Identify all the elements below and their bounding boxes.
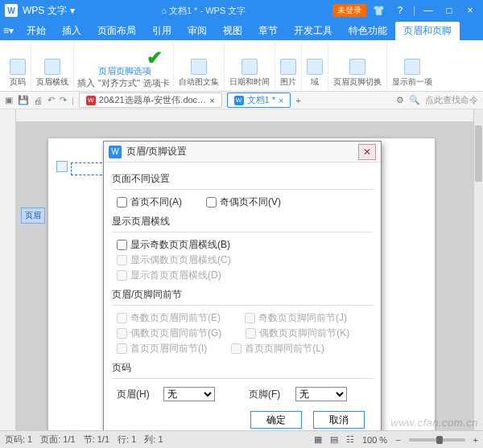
hamburger-icon[interactable]: ≡▾ bbox=[3, 25, 14, 36]
even-ftr-same-checkbox: 偶数页页脚同前节(K) bbox=[246, 327, 349, 340]
tab-insert[interactable]: 插入 bbox=[54, 22, 89, 40]
autotext-button[interactable]: 自动图文集 bbox=[177, 57, 221, 89]
vertical-ruler[interactable] bbox=[0, 109, 16, 430]
first-page-diff-checkbox[interactable]: 首页不同(A) bbox=[117, 195, 182, 209]
maximize-button[interactable]: □ bbox=[441, 5, 457, 16]
doc-tab-2[interactable]: W文档1 *× bbox=[227, 92, 291, 108]
even-headerline-checkbox: 显示偶数页页眉横线(C) bbox=[117, 253, 231, 267]
pagenum-icon bbox=[10, 59, 26, 75]
view-icon-3[interactable]: ☷ bbox=[346, 434, 354, 445]
zoom-value[interactable]: 100 % bbox=[362, 435, 387, 445]
tab-view[interactable]: 视图 bbox=[215, 22, 250, 40]
scrollbar-thumb[interactable] bbox=[475, 125, 482, 182]
zoom-in-button[interactable]: + bbox=[473, 435, 478, 445]
zoom-thumb[interactable] bbox=[436, 436, 443, 444]
tab-headerfooter[interactable]: 页眉和页脚 bbox=[395, 22, 460, 40]
qa-undo-icon[interactable]: ↶ bbox=[47, 95, 55, 105]
doc-tab-1[interactable]: W20&21选题单-安世伟.doc…× bbox=[79, 92, 222, 108]
field-button[interactable]: 域 bbox=[305, 57, 324, 89]
tab-close-icon[interactable]: × bbox=[209, 96, 214, 105]
showprev-button[interactable]: 显示前一项 bbox=[390, 57, 434, 89]
login-badge[interactable]: 未登录 bbox=[332, 4, 366, 17]
header-pagenum-select[interactable]: 无 bbox=[163, 387, 215, 401]
footer-pagenum-select[interactable]: 无 bbox=[295, 387, 347, 401]
status-page[interactable]: 页码: 1 bbox=[5, 434, 32, 446]
datetime-button[interactable]: 日期和时间 bbox=[228, 57, 271, 89]
menubar: ≡▾ 开始 插入 页面布局 引用 审阅 视图 章节 开发工具 特色功能 页眉和页… bbox=[0, 21, 483, 40]
skin-icon[interactable]: 👕 bbox=[371, 5, 387, 16]
tab-reference[interactable]: 引用 bbox=[144, 22, 180, 40]
footer-pagenum-label: 页脚(F) bbox=[249, 388, 291, 401]
gear-icon[interactable]: ⚙ bbox=[396, 95, 404, 105]
view-icon[interactable]: ▦ bbox=[314, 434, 322, 445]
cancel-button[interactable]: 取消 bbox=[313, 411, 365, 429]
odd-headerline-checkbox[interactable]: 显示奇数页页眉横线(B) bbox=[117, 238, 230, 252]
vertical-scrollbar[interactable] bbox=[473, 109, 483, 430]
ok-button[interactable]: 确定 bbox=[250, 411, 302, 429]
field-icon bbox=[307, 59, 323, 75]
add-tab-button[interactable]: + bbox=[295, 96, 300, 105]
window-title: ⌂ 文档1 * - WPS 文字 bbox=[75, 5, 332, 17]
showprev-icon bbox=[404, 59, 420, 75]
minimize-button[interactable]: — bbox=[420, 5, 436, 16]
zoom-out-button[interactable]: − bbox=[395, 435, 400, 445]
datetime-icon bbox=[242, 59, 258, 75]
ribbon: 页码 页眉横线 页眉页脚选项 插入 "对齐方式" 选项卡 自动图文集 日期和时间… bbox=[0, 40, 483, 92]
switch-button[interactable]: 页眉页脚切换 bbox=[332, 57, 383, 89]
tab-features[interactable]: 特色功能 bbox=[341, 22, 395, 40]
tab-devtools[interactable]: 开发工具 bbox=[286, 22, 341, 40]
section-headerline: 显示页眉横线 bbox=[112, 215, 373, 228]
picture-icon bbox=[280, 59, 296, 75]
pagenum-button[interactable]: 页码 bbox=[8, 57, 27, 89]
dialog-close-button[interactable]: ✕ bbox=[358, 144, 376, 160]
horizontal-ruler[interactable] bbox=[16, 109, 473, 122]
header-margin-marker bbox=[56, 161, 68, 172]
autotext-icon bbox=[191, 59, 207, 75]
dialog-titlebar[interactable]: W 页眉/页脚设置 ✕ bbox=[104, 142, 381, 162]
insert-button[interactable]: 插入 bbox=[77, 77, 95, 89]
picture-button[interactable]: 图片 bbox=[279, 57, 298, 89]
tab-close-icon[interactable]: × bbox=[279, 96, 283, 105]
search-icon[interactable]: 🔍 bbox=[409, 95, 420, 105]
switch-icon bbox=[349, 59, 365, 75]
help-icon[interactable]: ? bbox=[392, 5, 408, 16]
first-headerline-checkbox: 显示首页页眉横线(D) bbox=[117, 269, 221, 282]
first-hdr-same-checkbox: 首页页眉同前节(I) bbox=[117, 342, 207, 356]
quickbar: ▣ 💾 🖨 ↶ ↷ | W20&21选题单-安世伟.doc…× W文档1 *× … bbox=[0, 92, 483, 109]
qa-save-icon[interactable]: 💾 bbox=[18, 95, 29, 105]
tab-section[interactable]: 章节 bbox=[250, 22, 286, 40]
watermark: www.cfan.com.cn bbox=[390, 417, 478, 429]
header-pagenum-label: 页眉(H) bbox=[117, 388, 159, 401]
first-ftr-same-checkbox: 首页页脚同前节(L) bbox=[231, 342, 324, 356]
headerline-button[interactable]: 页眉横线 bbox=[35, 57, 70, 89]
even-hdr-same-checkbox: 偶数页页眉同前节(G) bbox=[117, 327, 221, 340]
header-tag-label: 页眉 bbox=[21, 208, 45, 224]
odd-ftr-same-checkbox: 奇数页页脚同前节(J) bbox=[245, 311, 347, 325]
section-page-diff: 页面不同设置 bbox=[112, 172, 373, 186]
qa-new-icon[interactable]: ▣ bbox=[5, 95, 13, 105]
zoom-slider[interactable] bbox=[409, 438, 465, 442]
tab-review[interactable]: 审阅 bbox=[180, 22, 215, 40]
status-pages[interactable]: 页面: 1/1 bbox=[40, 434, 75, 446]
search-hint[interactable]: 点此查找命令 bbox=[425, 94, 478, 106]
tab-pagelayout[interactable]: 页面布局 bbox=[89, 22, 144, 40]
status-line[interactable]: 行: 1 bbox=[118, 434, 136, 446]
status-section[interactable]: 节: 1/1 bbox=[84, 434, 109, 446]
status-col[interactable]: 列: 1 bbox=[144, 434, 163, 446]
tab-start[interactable]: 开始 bbox=[19, 22, 54, 40]
view-icon-2[interactable]: ▤ bbox=[330, 434, 338, 445]
align-button[interactable]: "对齐方式" bbox=[98, 77, 140, 89]
headerline-icon bbox=[44, 59, 60, 75]
dialog-icon: W bbox=[109, 146, 122, 158]
options-text[interactable]: 页眉页脚选项 bbox=[98, 65, 151, 77]
app-logo: W bbox=[5, 4, 18, 17]
qa-redo-icon[interactable]: ↷ bbox=[60, 95, 67, 105]
options-card[interactable]: 选项卡 bbox=[143, 77, 170, 89]
checkmark-annotation: ✔ bbox=[147, 47, 163, 69]
statusbar: 页码: 1 页面: 1/1 节: 1/1 行: 1 列: 1 ▦ ▤ ☷ 100… bbox=[0, 430, 483, 448]
qa-print-icon[interactable]: 🖨 bbox=[34, 96, 43, 105]
section-sameprev: 页眉/页脚同前节 bbox=[112, 288, 373, 302]
odd-hdr-same-checkbox: 奇数页页眉同前节(E) bbox=[117, 311, 221, 325]
oddeven-diff-checkbox[interactable]: 奇偶页不同(V) bbox=[206, 195, 281, 209]
close-button[interactable]: × bbox=[462, 5, 478, 16]
